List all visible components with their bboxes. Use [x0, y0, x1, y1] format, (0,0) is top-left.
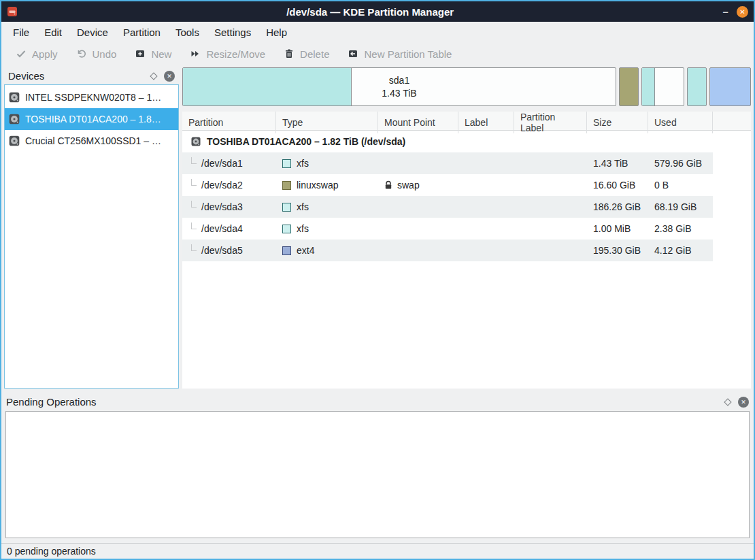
- tree-branch: [191, 223, 197, 229]
- table-row-sda1[interactable]: /dev/sda1 xfs 1.43 TiB 579.96 GiB: [182, 152, 751, 174]
- used-cell: 68.19 GiB: [648, 196, 713, 218]
- tree-branch: [191, 157, 197, 164]
- table-row-sda4[interactable]: /dev/sda4 xfs 1.00 MiB 2.38 GiB: [182, 218, 751, 240]
- resize-move-icon: [190, 48, 201, 59]
- label-cell: [458, 174, 514, 196]
- mount-point-cell: [378, 240, 458, 261]
- new-partition-table-icon: [348, 48, 358, 59]
- tree-branch: [191, 201, 197, 208]
- float-panel-icon[interactable]: [724, 398, 731, 406]
- menu-file[interactable]: File: [5, 23, 37, 42]
- hdd-icon: [190, 136, 201, 147]
- new-partition-icon: [135, 48, 146, 59]
- used-cell: 4.12 GiB: [648, 240, 713, 261]
- filler-cell: [713, 240, 751, 261]
- app-icon: [7, 6, 18, 17]
- device-item-label: INTEL SSDPEKNW020T8 – 1…: [25, 92, 161, 103]
- device-item-crucial[interactable]: Crucial CT256MX100SSD1 – …: [5, 130, 178, 152]
- delete-icon: [284, 48, 295, 59]
- table-row-sda3[interactable]: /dev/sda3 xfs 186.26 GiB 68.19 GiB: [182, 196, 751, 218]
- partition-block-label: sda1 1.43 TiB: [183, 68, 616, 105]
- pending-operations-list[interactable]: [5, 411, 750, 538]
- device-item-intel[interactable]: INTEL SSDPEKNW020T8 – 1…: [5, 86, 178, 108]
- tree-branch: [191, 244, 197, 251]
- hdd-icon: [8, 91, 20, 103]
- fs-color-swatch: [282, 225, 291, 233]
- partition-cell: /dev/sda5: [182, 240, 276, 261]
- lock-icon: [384, 180, 392, 190]
- hdd-icon: [8, 135, 20, 147]
- type-cell: ext4: [276, 240, 378, 261]
- devices-panel-header: Devices ✕: [4, 67, 179, 84]
- partition-cell: /dev/sda3: [182, 196, 276, 218]
- table-row-sda2[interactable]: /dev/sda2 linuxswap swap 16.60 GiB 0 B: [182, 174, 751, 196]
- fs-color-swatch: [282, 246, 291, 255]
- partition-label-cell: [514, 152, 587, 174]
- device-overview-bar: sda1 1.43 TiB: [182, 67, 751, 106]
- resize-move-button[interactable]: Resize/Move: [190, 48, 265, 60]
- menu-edit[interactable]: Edit: [37, 23, 69, 42]
- devices-panel-title: Devices: [8, 70, 44, 82]
- fs-color-swatch: [282, 203, 291, 212]
- close-panel-icon[interactable]: ✕: [164, 71, 175, 82]
- type-cell: xfs: [276, 218, 378, 240]
- apply-button[interactable]: Apply: [16, 48, 58, 60]
- partition-block-sda5[interactable]: [709, 67, 751, 106]
- minimize-button[interactable]: −: [722, 7, 728, 17]
- tree-branch: [191, 179, 197, 186]
- partition-block-sda1[interactable]: sda1 1.43 TiB: [182, 67, 616, 106]
- pending-panel-header: Pending Operations ✕: [1, 393, 754, 410]
- partition-block-sda2[interactable]: [619, 67, 639, 106]
- table-row-sda5[interactable]: /dev/sda5 ext4 195.30 GiB 4.12 GiB: [182, 240, 751, 261]
- undo-button[interactable]: Undo: [76, 48, 117, 60]
- menu-partition[interactable]: Partition: [116, 23, 168, 42]
- float-panel-icon[interactable]: [150, 72, 157, 80]
- label-cell: [458, 196, 514, 218]
- close-panel-icon[interactable]: ✕: [738, 397, 749, 408]
- delete-button[interactable]: Delete: [284, 48, 329, 60]
- device-item-label: Crucial CT256MX100SSD1 – …: [25, 135, 161, 146]
- partition-block-sda4[interactable]: [687, 67, 707, 106]
- pending-operations-panel: Pending Operations ✕: [1, 389, 754, 543]
- mount-point-cell: swap: [378, 174, 458, 196]
- window-title: /dev/sda — KDE Partition Manager: [18, 6, 722, 18]
- main-area: Devices ✕ INTEL SSDPEKNW020T8 – 1… TOSHI…: [1, 65, 754, 389]
- size-cell: 1.00 MiB: [587, 218, 648, 240]
- menu-help[interactable]: Help: [258, 23, 295, 42]
- statusbar: 0 pending operations: [1, 543, 754, 559]
- partition-label-cell: [514, 196, 587, 218]
- size-cell: 16.60 GiB: [587, 174, 648, 196]
- used-space-fill: [642, 68, 655, 105]
- partition-view: sda1 1.43 TiB Partition Type Mount Point: [182, 67, 751, 389]
- pending-panel-title: Pending Operations: [6, 396, 97, 408]
- device-item-label: TOSHIBA DT01ACA200 – 1.8…: [25, 114, 161, 125]
- used-cell: 579.96 GiB: [648, 152, 713, 174]
- device-item-toshiba[interactable]: TOSHIBA DT01ACA200 – 1.8…: [5, 108, 178, 130]
- new-partition-table-button[interactable]: New Partition Table: [348, 48, 452, 60]
- type-cell: linuxswap: [276, 174, 378, 196]
- device-group-row[interactable]: TOSHIBA DT01ACA200 – 1.82 TiB (/dev/sda): [182, 131, 751, 152]
- menu-tools[interactable]: Tools: [168, 23, 207, 42]
- titlebar[interactable]: /dev/sda — KDE Partition Manager − ✕: [1, 1, 754, 22]
- fs-color-swatch: [282, 181, 291, 190]
- label-cell: [458, 152, 514, 174]
- partition-table-header: Partition Type Mount Point Label Partiti…: [182, 112, 751, 131]
- used-cell: 0 B: [648, 174, 713, 196]
- close-button[interactable]: ✕: [737, 6, 748, 18]
- hdd-icon: [8, 113, 20, 125]
- label-cell: [458, 240, 514, 261]
- menu-settings[interactable]: Settings: [207, 23, 258, 42]
- partition-block-sda3[interactable]: [641, 67, 684, 106]
- pending-operations-count: 0 pending operations: [7, 546, 96, 557]
- fs-color-swatch: [282, 159, 291, 168]
- partition-cell: /dev/sda1: [182, 152, 276, 174]
- menubar: File Edit Device Partition Tools Setting…: [1, 22, 754, 42]
- mount-point-cell: [378, 152, 458, 174]
- mount-point-cell: [378, 196, 458, 218]
- check-icon: [16, 48, 27, 59]
- menu-device[interactable]: Device: [69, 23, 116, 42]
- new-partition-button[interactable]: New: [135, 48, 171, 60]
- filler-cell: [713, 152, 751, 174]
- filler-cell: [713, 196, 751, 218]
- type-cell: xfs: [276, 196, 378, 218]
